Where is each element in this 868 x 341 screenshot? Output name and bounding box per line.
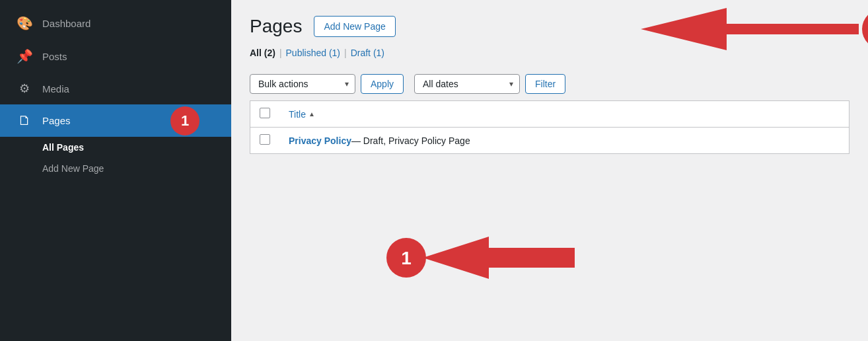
filter-all[interactable]: All (2) [250, 48, 275, 58]
sidebar-sub-item-add-new-page[interactable]: Add New Page [0, 158, 231, 179]
row-title-cell: Privacy Policy— Draft, Privacy Policy Pa… [279, 128, 850, 154]
filter-links: All (2) | Published (1) | Draft (1) [250, 48, 850, 58]
title-label: Title [289, 109, 306, 120]
sidebar-label-dashboard: Dashboard [42, 18, 90, 29]
svg-text:1: 1 [401, 248, 412, 268]
svg-point-1 [862, 9, 868, 49]
select-all-checkbox[interactable] [260, 108, 270, 118]
table-header-row: Title ▲ [250, 101, 850, 128]
sidebar-label-pages: Pages [42, 115, 71, 126]
row-check-cell [250, 128, 280, 154]
pages-icon: 🗋 [16, 113, 33, 128]
sidebar-item-dashboard[interactable]: 🎨 Dashboard [0, 7, 231, 40]
sidebar-label-media: Media [42, 83, 69, 95]
sidebar-item-pages[interactable]: 🗋 Pages 1 [0, 104, 231, 137]
add-new-page-button[interactable]: Add New Page [314, 16, 395, 37]
sidebar: 🎨 Dashboard 📌 Posts ⚙ Media 🗋 Pages 1 Al… [0, 0, 231, 341]
filter-draft[interactable]: Draft (1) [351, 48, 384, 58]
sidebar-submenu-pages: All Pages Add New Page [0, 137, 231, 179]
annotation-badge-1: 1 [170, 106, 199, 135]
table-row: Privacy Policy— Draft, Privacy Policy Pa… [250, 128, 850, 154]
filter-button[interactable]: Filter [525, 74, 565, 94]
col-check-header [250, 101, 280, 128]
title-sort[interactable]: Title ▲ [289, 109, 315, 120]
filter-sep-1: | [279, 48, 282, 58]
svg-marker-3 [423, 237, 575, 279]
page-title: Pages [250, 17, 302, 36]
toolbar: Bulk actions Edit Move to Trash ▾ Apply … [250, 67, 850, 100]
media-icon: ⚙ [16, 81, 33, 96]
dashboard-icon: 🎨 [16, 15, 33, 31]
sidebar-sub-item-all-pages[interactable]: All Pages [0, 137, 231, 158]
filter-sep-2: | [344, 48, 347, 58]
sidebar-item-posts[interactable]: 📌 Posts [0, 40, 231, 73]
sidebar-item-media[interactable]: ⚙ Media [0, 73, 231, 104]
col-title-header: Title ▲ [279, 101, 850, 128]
all-dates-wrapper: All dates 2024 2023 ▾ [414, 74, 520, 94]
bulk-actions-wrapper: Bulk actions Edit Move to Trash ▾ [250, 74, 355, 94]
filter-published[interactable]: Published (1) [286, 48, 341, 58]
bulk-actions-select[interactable]: Bulk actions Edit Move to Trash [250, 74, 355, 94]
pages-table: Title ▲ Privacy Policy— Draft, Privacy P… [250, 100, 850, 154]
sort-icon: ▲ [308, 110, 315, 118]
page-header: Pages Add New Page [250, 16, 850, 37]
page-meta: — Draft, Privacy Policy Page [351, 135, 470, 146]
sidebar-label-posts: Posts [42, 51, 67, 62]
svg-point-4 [386, 238, 426, 278]
all-dates-select[interactable]: All dates 2024 2023 [414, 74, 520, 94]
apply-button[interactable]: Apply [361, 74, 404, 94]
posts-icon: 📌 [16, 48, 33, 64]
row-checkbox[interactable] [260, 134, 270, 145]
page-link[interactable]: Privacy Policy [289, 135, 351, 146]
main-content: 2 1 Pages Add New Page All (2) | Publish… [231, 0, 868, 341]
